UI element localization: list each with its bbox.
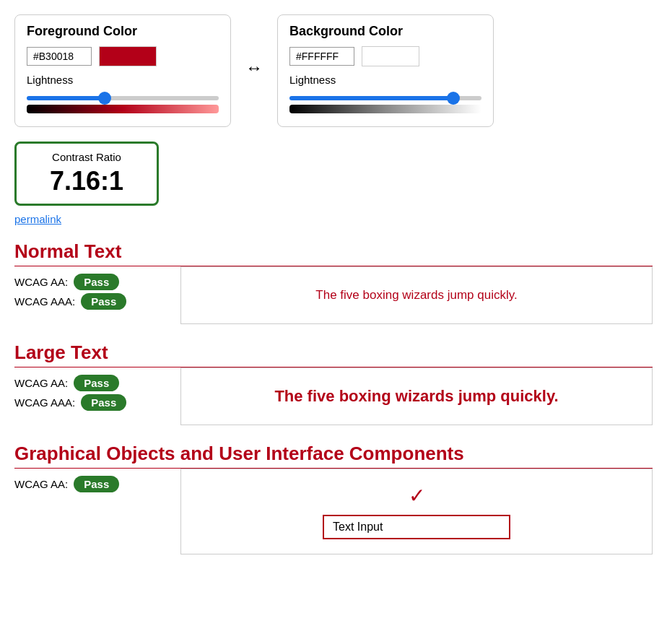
color-pickers-row: Foreground Color Lightness ↔ Background … — [14, 14, 653, 127]
graphical-heading: Graphical Objects and User Interface Com… — [14, 443, 653, 469]
background-title: Background Color — [289, 24, 481, 39]
graphical-badges: WCAG AA: Pass — [14, 469, 180, 554]
background-gradient-bar — [289, 105, 481, 113]
foreground-gradient-bar — [27, 105, 219, 113]
background-lightness-label: Lightness — [289, 74, 481, 86]
text-input-field[interactable] — [323, 515, 510, 539]
large-text-section: Large Text WCAG AA: Pass WCAG AAA: Pass … — [14, 341, 653, 425]
normal-wcag-aa-label: WCAG AA: — [14, 276, 68, 288]
normal-text-preview: The five boxing wizards jump quickly. — [315, 288, 517, 303]
normal-text-preview-box: The five boxing wizards jump quickly. — [180, 266, 653, 324]
large-text-preview: The five boxing wizards jump quickly. — [274, 387, 558, 406]
foreground-hex-input[interactable] — [27, 47, 92, 66]
normal-text-preview-row: WCAG AA: Pass WCAG AAA: Pass The five bo… — [14, 266, 653, 324]
background-input-row — [289, 46, 481, 66]
large-text-heading: Large Text — [14, 341, 653, 367]
foreground-input-row — [27, 46, 219, 66]
foreground-color-box: Foreground Color Lightness — [14, 14, 231, 127]
contrast-ratio-section: Contrast Ratio 7.16:1 permalink — [14, 142, 653, 226]
swap-colors-button[interactable]: ↔ — [245, 58, 263, 78]
normal-text-section: Normal Text WCAG AA: Pass WCAG AAA: Pass… — [14, 240, 653, 324]
contrast-ratio-number: 7.16 — [50, 166, 100, 196]
graphical-preview-box: ✓ — [180, 469, 653, 554]
large-wcag-aa-badge: Pass — [74, 375, 119, 391]
graphical-preview-row: WCAG AA: Pass ✓ — [14, 469, 653, 554]
normal-wcag-aa-badge: Pass — [74, 274, 119, 290]
foreground-title: Foreground Color — [27, 24, 219, 39]
large-text-preview-box: The five boxing wizards jump quickly. — [180, 367, 653, 425]
checkmark-icon: ✓ — [409, 484, 425, 508]
normal-wcag-aaa-badge: Pass — [81, 293, 126, 310]
contrast-ratio-label: Contrast Ratio — [31, 151, 142, 163]
normal-wcag-aa-row: WCAG AA: Pass — [14, 274, 180, 290]
foreground-slider-container — [27, 90, 219, 113]
permalink-row: permalink — [14, 213, 653, 226]
graphical-wcag-aa-row: WCAG AA: Pass — [14, 476, 180, 492]
background-slider-container — [289, 90, 481, 113]
large-wcag-aaa-badge: Pass — [81, 394, 126, 411]
permalink-link[interactable]: permalink — [14, 213, 61, 225]
normal-text-heading: Normal Text — [14, 240, 653, 266]
graphical-wcag-aa-badge: Pass — [74, 476, 119, 492]
normal-wcag-aaa-label: WCAG AAA: — [14, 295, 75, 308]
large-text-preview-row: WCAG AA: Pass WCAG AAA: Pass The five bo… — [14, 367, 653, 425]
graphical-section: Graphical Objects and User Interface Com… — [14, 443, 653, 554]
large-wcag-aaa-label: WCAG AAA: — [14, 396, 75, 409]
large-wcag-aaa-row: WCAG AAA: Pass — [14, 394, 180, 411]
contrast-ratio-suffix: :1 — [100, 166, 123, 196]
contrast-ratio-box: Contrast Ratio 7.16:1 — [14, 142, 159, 206]
background-lightness-slider[interactable] — [289, 96, 481, 100]
normal-text-badges: WCAG AA: Pass WCAG AAA: Pass — [14, 266, 180, 324]
large-wcag-aa-row: WCAG AA: Pass — [14, 375, 180, 391]
background-hex-input[interactable] — [289, 47, 354, 66]
background-swatch — [362, 46, 419, 66]
large-text-badges: WCAG AA: Pass WCAG AAA: Pass — [14, 367, 180, 425]
contrast-ratio-value: 7.16:1 — [31, 166, 142, 196]
large-wcag-aa-label: WCAG AA: — [14, 377, 68, 389]
foreground-swatch — [99, 46, 157, 66]
foreground-lightness-slider[interactable] — [27, 96, 219, 100]
normal-wcag-aaa-row: WCAG AAA: Pass — [14, 293, 180, 310]
foreground-lightness-label: Lightness — [27, 74, 219, 86]
background-color-box: Background Color Lightness — [277, 14, 494, 127]
graphical-wcag-aa-label: WCAG AA: — [14, 478, 68, 490]
